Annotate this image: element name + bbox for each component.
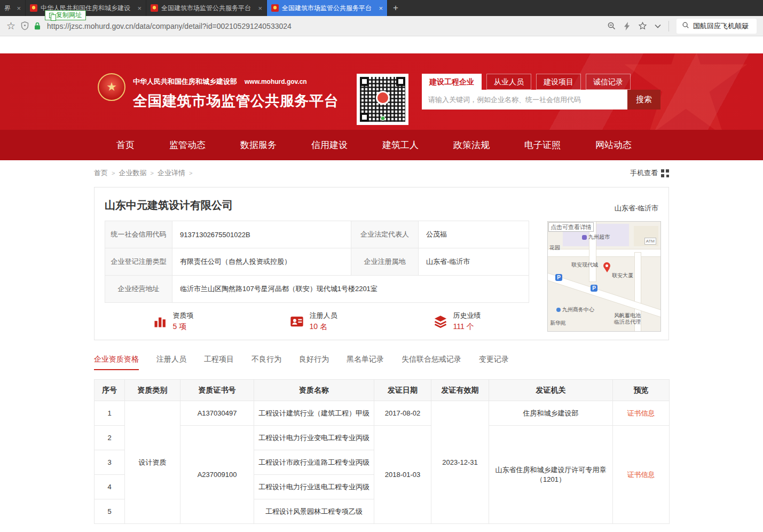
stat-history-performance[interactable]: 历史业绩 111 个 [433,311,481,332]
stat-label: 注册人员 [310,311,337,320]
cell-preview: 证书信息 [613,426,670,524]
breadcrumb-enterprise-data[interactable]: 企业数据 [119,168,146,178]
copy-tooltip-text: 复制网址 [56,11,82,19]
mobile-view-label: 手机查看 [630,168,658,178]
chevron-down-icon[interactable] [655,24,661,28]
cell-authority: 住房和城乡建设部 [489,401,613,426]
qr-code [357,74,408,125]
browser-tab-2[interactable]: 全国建筑市场监管公共服务平台 × [146,0,267,16]
address-bar: ☆ https://jzsc.mohurd.gov.cn/data/compan… [0,16,763,36]
company-stats: 资质项 5 项 注册人员 10 名 历史业绩 111 个 [105,311,529,332]
tab-registered-personnel[interactable]: 注册人员 [156,355,186,370]
col-header: 资质类别 [125,380,180,401]
tab-change-records[interactable]: 变更记录 [479,355,509,370]
stat-value: 10 名 [310,322,337,332]
stat-registered-personnel[interactable]: 注册人员 10 名 [289,311,337,332]
company-region: 山东省-临沂市 [615,204,658,213]
search-button[interactable]: 搜索 [627,90,660,109]
field-label: 企业注册属地 [351,248,419,276]
new-tab-button[interactable]: + [388,0,404,16]
parking-icon: P [555,274,562,281]
field-label: 企业法定代表人 [351,221,419,248]
company-summary-card: 山东中元建筑设计有限公司 山东省-临沂市 统一社会信用代码 9137130267… [94,187,669,340]
table-header-row: 序号 资质类别 资质证书号 资质名称 发证日期 发证有效期 发证机关 预览 [95,380,670,401]
browser-tab-1[interactable]: 中华人民共和国住房和城乡建设 × [26,0,146,16]
close-icon[interactable]: × [137,4,141,12]
nav-item-certificates[interactable]: 电子证照 [524,139,561,151]
field-label: 企业经营地址 [105,276,172,303]
tab-bad-behavior[interactable]: 不良行为 [251,355,281,370]
cell-qual-name: 工程设计风景园林工程专项乙级 [254,499,374,524]
tab-dishonesty-records[interactable]: 失信联合惩戒记录 [402,355,461,370]
map-label-tower: 联安大厦 [612,272,633,279]
nav-item-supervision[interactable]: 监管动态 [169,139,206,151]
search-category-tabs: 建设工程企业 从业人员 建设项目 诚信记录 [422,74,660,90]
nav-item-policy[interactable]: 政策法规 [453,139,490,151]
map-label-xinhuayuan: 新华苑 [550,319,566,327]
table-row: 统一社会信用代码 91371302675501022B 企业法定代表人 公茂福 [105,221,529,248]
col-header: 预览 [613,380,670,401]
certificate-info-link[interactable]: 证书信息 [627,471,655,479]
search-tab-enterprise[interactable]: 建设工程企业 [422,74,482,90]
tab-qualifications[interactable]: 企业资质资格 [94,355,139,370]
url-input[interactable]: https://jzsc.mohurd.gov.cn/data/company/… [47,22,292,30]
browser-tab-active[interactable]: 全国建筑市场监管公共服务平台 × [267,0,388,16]
search-tab-project[interactable]: 建设项目 [536,74,581,90]
cell-preview: 证书信息 [613,401,670,426]
col-header: 发证日期 [374,380,431,401]
header-search-module: 建设工程企业 从业人员 建设项目 诚信记录 搜索 [422,74,660,109]
bookmark-star-icon[interactable]: ☆ [6,21,15,31]
cell-cert-no: A237009100 [180,426,254,524]
detail-tabs: 企业资质资格 注册人员 工程项目 不良行为 良好行为 黑名单记录 失信联合惩戒记… [94,355,669,370]
col-header: 发证有效期 [431,380,489,401]
nav-item-site-news[interactable]: 网站动态 [595,139,632,151]
tab-good-behavior[interactable]: 良好行为 [299,355,329,370]
stat-qualifications[interactable]: 资质项 5 项 [153,311,194,332]
cell-no: 4 [95,475,125,499]
breadcrumb-home[interactable]: 首页 [94,168,108,178]
quick-search-box[interactable]: 国航回应飞机颠簸 [677,19,757,34]
flash-mode-icon[interactable] [624,22,631,30]
tab-title: 界 [4,4,13,13]
qr-pattern [360,77,405,122]
copy-url-tooltip[interactable]: 复制网址 [45,10,86,20]
cell-qual-name: 工程设计建筑行业（建筑工程）甲级 [254,401,374,426]
cell-authority: 山东省住房和城乡建设厅许可专用章 （1201） [489,426,613,524]
company-name: 山东中元建筑设计有限公司 [105,198,658,213]
search-tab-personnel[interactable]: 从业人员 [486,74,531,90]
close-icon[interactable]: × [17,4,21,12]
tab-strip: 界 × 中华人民共和国住房和城乡建设 × 全国建筑市场监管公共服务平台 × 全国… [0,0,763,16]
table-row: 企业经营地址 临沂市兰山区陶然路107号星河晶都（联安）现代城1号楼2201室 [105,276,529,303]
keyword-search-input[interactable] [422,90,627,109]
company-info-table: 统一社会信用代码 91371302675501022B 企业法定代表人 公茂福 … [105,221,529,303]
nav-item-workers[interactable]: 建筑工人 [382,139,419,151]
stat-value: 111 个 [453,322,481,332]
tab-projects[interactable]: 工程项目 [204,355,234,370]
site-logo-text: 中华人民共和国住房和城乡建设部 www.mohurd.gov.cn 全国建筑市场… [133,77,339,111]
favorite-star-icon[interactable] [638,21,647,30]
cell-no: 5 [95,499,125,524]
close-icon[interactable]: × [379,4,383,12]
browser-tab-partial[interactable]: 界 × [0,0,26,16]
nav-item-credit[interactable]: 信用建设 [311,139,348,151]
close-icon[interactable]: × [258,4,262,12]
table-row: 2 A237009100 工程设计电力行业变电工程专业丙级 2018-01-03… [95,426,670,450]
breadcrumb: 首页 > 企业数据 > 企业详情 > 手机查看 [94,168,669,178]
parking-icon: P [591,285,597,292]
stat-value: 5 项 [173,322,194,332]
nav-item-home[interactable]: 首页 [116,139,135,151]
zoom-icon[interactable] [607,21,616,30]
shield-icon[interactable] [21,21,29,30]
search-tab-credit[interactable]: 诚信记录 [586,74,631,90]
mobile-view-button[interactable]: 手机查看 [630,168,669,178]
poi-icon [582,235,587,240]
tab-blacklist[interactable]: 黑名单记录 [347,355,384,370]
quick-search-text: 国航回应飞机颠簸 [693,21,749,31]
nav-item-data-service[interactable]: 数据服务 [240,139,277,151]
breadcrumb-detail: 企业详情 [158,168,185,178]
company-location-map[interactable]: 点击可查看详情 九州超市 ATM 花园 联安现代城 联安大厦 [547,221,661,332]
qualification-table: 序号 资质类别 资质证书号 资质名称 发证日期 发证有效期 发证机关 预览 1 … [94,379,670,524]
map-pin-icon [603,262,610,269]
certificate-info-link[interactable]: 证书信息 [627,409,655,417]
field-value: 山东省-临沂市 [419,248,529,276]
